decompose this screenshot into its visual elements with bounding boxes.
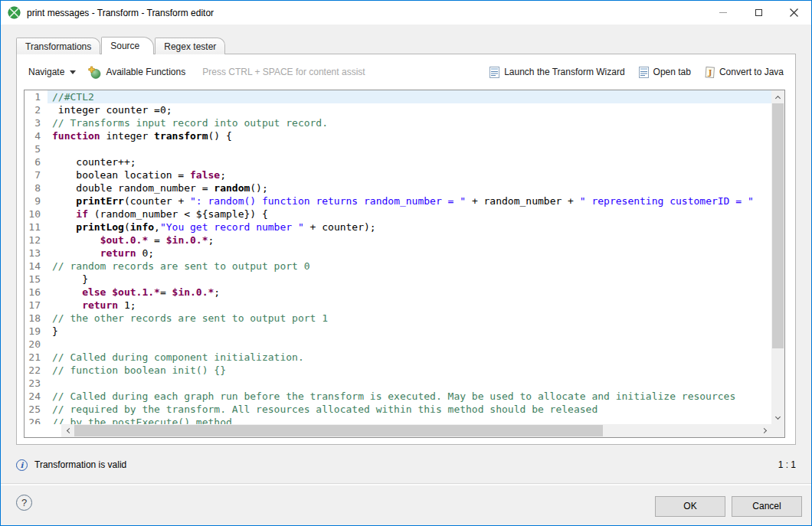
horizontal-scrollbar-thumb[interactable] xyxy=(74,425,603,436)
content-assist-hint: Press CTRL + SPACE for content assist xyxy=(202,67,365,77)
code-text: // random records are sent to output por… xyxy=(47,260,771,273)
line-number: 12 xyxy=(25,234,47,247)
code-line[interactable]: 13 return 0; xyxy=(25,247,771,260)
ok-button[interactable]: OK xyxy=(655,496,725,517)
code-text: $out.0.* = $in.0.*; xyxy=(47,234,771,247)
code-text: // the other records are sent to output … xyxy=(47,312,771,325)
navigate-dropdown[interactable]: Navigate xyxy=(28,67,76,77)
open-tab-label: Open tab xyxy=(653,67,691,77)
tab-regex-tester[interactable]: Regex tester xyxy=(155,38,225,54)
code-text: // function boolean init() {} xyxy=(47,364,771,377)
window-title: print messages - Transform - Transform e… xyxy=(27,8,214,18)
line-number: 8 xyxy=(25,181,47,194)
footer-separator xyxy=(1,483,811,485)
close-button[interactable] xyxy=(776,1,811,25)
code-line[interactable]: 24// Called during each graph run before… xyxy=(25,390,771,403)
code-line[interactable]: 23 xyxy=(25,377,771,390)
scroll-left-button[interactable] xyxy=(61,424,74,437)
vertical-scrollbar-thumb[interactable] xyxy=(772,103,784,348)
line-number: 2 xyxy=(25,103,47,116)
line-number: 6 xyxy=(25,155,47,168)
caret-position: 1 : 1 xyxy=(778,459,796,470)
line-number: 1 xyxy=(25,90,47,103)
tab-transformations[interactable]: Transformations xyxy=(16,38,100,54)
launch-transform-wizard-button[interactable]: Launch the Transform Wizard xyxy=(489,67,624,78)
horizontal-scrollbar[interactable] xyxy=(61,424,771,437)
scroll-up-button[interactable] xyxy=(771,90,784,103)
window-controls xyxy=(706,1,811,25)
code-line[interactable]: 3// Transforms input record into output … xyxy=(25,116,771,129)
code-line[interactable]: 22// function boolean init() {} xyxy=(25,364,771,377)
available-functions-button[interactable]: Available Functions xyxy=(88,66,185,79)
code-text: else $out.1.*= $in.0.*; xyxy=(47,286,771,299)
code-line[interactable]: 10 if (random_number < ${sample}) { xyxy=(25,207,771,221)
code-text: // by the postExecute() method. xyxy=(47,416,771,424)
code-line[interactable]: 7 boolean location = false; xyxy=(25,168,771,181)
line-number: 9 xyxy=(25,194,47,207)
code-text: printLog(info,"You get record number " +… xyxy=(47,221,771,234)
code-text: //#CTL2 xyxy=(47,90,771,103)
line-number: 17 xyxy=(25,299,47,312)
code-line[interactable]: 21// Called during component initializat… xyxy=(25,351,771,364)
code-line[interactable]: 17 return 1; xyxy=(25,299,771,312)
code-text: double random_number = random(); xyxy=(47,181,771,194)
scroll-right-button[interactable] xyxy=(758,424,771,437)
line-number: 20 xyxy=(25,338,47,351)
minimize-icon xyxy=(719,12,727,13)
code-line[interactable]: 26// by the postExecute() method. xyxy=(25,416,771,424)
code-line[interactable]: 12 $out.0.* = $in.0.*; xyxy=(25,234,771,247)
code-line[interactable]: 15 } xyxy=(25,273,771,286)
code-line[interactable]: 11 printLog(info,"You get record number … xyxy=(25,221,771,234)
code-text: if (random_number < ${sample}) { xyxy=(47,207,771,221)
chevron-down-icon xyxy=(70,70,76,74)
code-line[interactable]: 14// random records are sent to output p… xyxy=(25,260,771,273)
clover-app-icon xyxy=(8,6,21,19)
line-number: 18 xyxy=(25,312,47,325)
minimize-button[interactable] xyxy=(706,1,741,25)
code-area[interactable]: 1//#CTL22 integer counter =0;3// Transfo… xyxy=(25,90,771,424)
code-text xyxy=(47,377,771,390)
code-line[interactable]: 9 printErr(counter + ": random() functio… xyxy=(25,194,771,207)
editor-toolbar: Navigate Available Functions Press CTRL … xyxy=(17,54,795,90)
tab-bar: TransformationsSourceRegex tester xyxy=(16,37,226,54)
chevron-up-icon xyxy=(775,95,781,100)
vertical-scrollbar[interactable] xyxy=(771,90,784,424)
code-text xyxy=(47,338,771,351)
function-add-icon xyxy=(88,66,101,79)
help-icon: ? xyxy=(21,497,27,508)
scroll-down-button[interactable] xyxy=(771,411,784,424)
cancel-button[interactable]: Cancel xyxy=(732,496,802,517)
code-line[interactable]: 5 xyxy=(25,142,771,155)
code-line[interactable]: 16 else $out.1.*= $in.0.*; xyxy=(25,286,771,299)
code-line[interactable]: 18// the other records are sent to outpu… xyxy=(25,312,771,325)
code-line[interactable]: 8 double random_number = random(); xyxy=(25,181,771,194)
open-tab-button[interactable]: Open tab xyxy=(638,67,691,78)
convert-to-java-button[interactable]: J Convert to Java xyxy=(704,67,784,78)
open-tab-icon xyxy=(638,67,650,78)
code-line[interactable]: 4function integer transform() { xyxy=(25,129,771,142)
source-tab-panel: Navigate Available Functions Press CTRL … xyxy=(16,54,796,445)
help-button[interactable]: ? xyxy=(16,495,32,511)
chevron-right-icon xyxy=(761,428,766,433)
code-line[interactable]: 6 counter++; xyxy=(25,155,771,168)
svg-text:J: J xyxy=(708,68,712,77)
convert-to-java-label: Convert to Java xyxy=(719,67,784,77)
code-line[interactable]: 20 xyxy=(25,338,771,351)
line-number: 13 xyxy=(25,247,47,260)
line-number: 7 xyxy=(25,168,47,181)
code-text: counter++; xyxy=(47,155,771,168)
code-line[interactable]: 25// required by the transform. All reso… xyxy=(25,403,771,416)
maximize-button[interactable] xyxy=(741,1,776,25)
code-line[interactable]: 1//#CTL2 xyxy=(25,90,771,103)
line-number: 3 xyxy=(25,116,47,129)
line-number: 25 xyxy=(25,403,47,416)
code-text: boolean location = false; xyxy=(47,168,771,181)
tab-source[interactable]: Source xyxy=(101,37,154,54)
navigate-label: Navigate xyxy=(28,67,64,77)
code-text: } xyxy=(47,325,771,338)
close-icon xyxy=(790,8,798,17)
code-line[interactable]: 19} xyxy=(25,325,771,338)
code-text: } xyxy=(47,273,771,286)
line-number: 22 xyxy=(25,364,47,377)
code-line[interactable]: 2 integer counter =0; xyxy=(25,103,771,116)
